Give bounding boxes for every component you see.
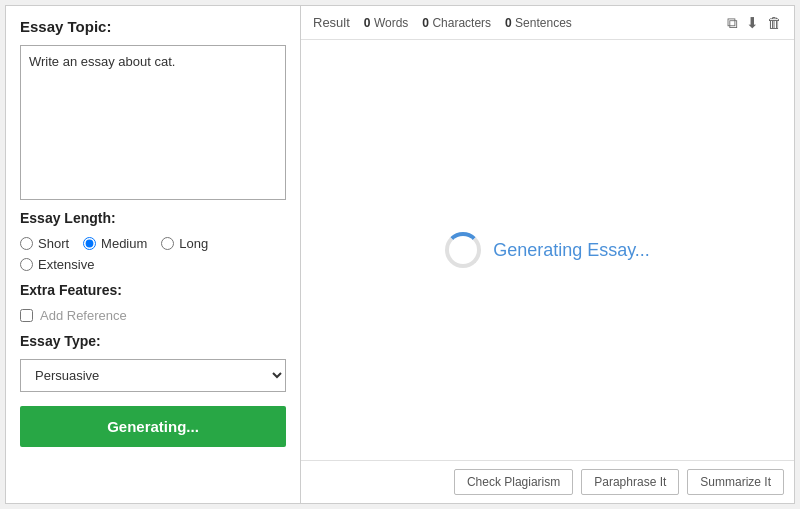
radio-extensive[interactable]: Extensive xyxy=(20,257,94,272)
download-icon[interactable]: ⬇ xyxy=(746,14,759,32)
add-reference-row: Add Reference xyxy=(20,308,286,323)
radio-medium-input[interactable] xyxy=(83,237,96,250)
characters-count: 0 xyxy=(422,16,429,30)
words-count: 0 xyxy=(364,16,371,30)
extra-features-label: Extra Features: xyxy=(20,282,286,298)
essay-length-section: Essay Length: Short Medium Long xyxy=(20,210,286,272)
essay-length-label: Essay Length: xyxy=(20,210,286,226)
result-header: Result 0 Words 0 Characters 0 Sentences … xyxy=(301,6,794,40)
characters-label: Characters xyxy=(432,16,491,30)
radio-extensive-input[interactable] xyxy=(20,258,33,271)
result-body: Generating Essay... xyxy=(301,40,794,460)
delete-icon[interactable]: 🗑 xyxy=(767,14,782,31)
loading-spinner xyxy=(445,232,481,268)
sentences-label: Sentences xyxy=(515,16,572,30)
left-panel: Essay Topic: Write an essay about cat. E… xyxy=(6,6,301,503)
radio-long-input[interactable] xyxy=(161,237,174,250)
sentences-stat: 0 Sentences xyxy=(505,16,572,30)
add-reference-checkbox[interactable] xyxy=(20,309,33,322)
essay-type-select[interactable]: Persuasive Argumentative Expository Narr… xyxy=(20,359,286,392)
essay-type-section: Essay Type: Persuasive Argumentative Exp… xyxy=(20,333,286,392)
essay-length-row2: Extensive xyxy=(20,257,286,272)
extra-features-section: Extra Features: Add Reference xyxy=(20,282,286,323)
characters-stat: 0 Characters xyxy=(422,16,491,30)
radio-medium[interactable]: Medium xyxy=(83,236,147,251)
generating-text: Generating Essay... xyxy=(493,240,650,261)
radio-extensive-label: Extensive xyxy=(38,257,94,272)
words-stat: 0 Words xyxy=(364,16,408,30)
essay-length-row1: Short Medium Long xyxy=(20,236,286,251)
app-container: Essay Topic: Write an essay about cat. E… xyxy=(5,5,795,504)
check-plagiarism-button[interactable]: Check Plagiarism xyxy=(454,469,573,495)
radio-short-input[interactable] xyxy=(20,237,33,250)
result-footer: Check Plagiarism Paraphrase It Summarize… xyxy=(301,460,794,503)
result-label: Result xyxy=(313,15,350,30)
generating-area: Generating Essay... xyxy=(445,232,650,268)
generate-button[interactable]: Generating... xyxy=(20,406,286,447)
radio-short-label: Short xyxy=(38,236,69,251)
radio-long-label: Long xyxy=(179,236,208,251)
add-reference-label: Add Reference xyxy=(40,308,127,323)
header-icons: ⧉ ⬇ 🗑 xyxy=(727,14,782,32)
summarize-button[interactable]: Summarize It xyxy=(687,469,784,495)
essay-type-label: Essay Type: xyxy=(20,333,286,349)
right-panel: Result 0 Words 0 Characters 0 Sentences … xyxy=(301,6,794,503)
paraphrase-button[interactable]: Paraphrase It xyxy=(581,469,679,495)
sentences-count: 0 xyxy=(505,16,512,30)
radio-long[interactable]: Long xyxy=(161,236,208,251)
essay-topic-label: Essay Topic: xyxy=(20,18,111,35)
essay-topic-input[interactable]: Write an essay about cat. xyxy=(20,45,286,200)
copy-icon[interactable]: ⧉ xyxy=(727,14,738,32)
words-label: Words xyxy=(374,16,408,30)
radio-medium-label: Medium xyxy=(101,236,147,251)
radio-short[interactable]: Short xyxy=(20,236,69,251)
